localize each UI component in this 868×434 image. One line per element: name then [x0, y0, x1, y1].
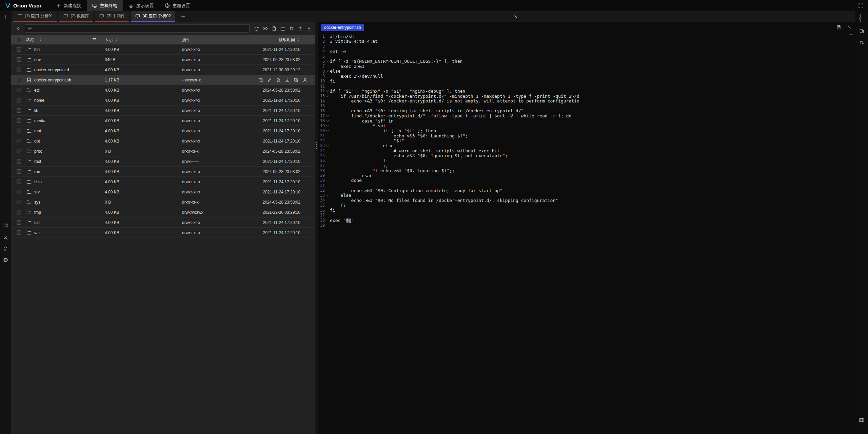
- fold-chevron-icon[interactable]: [325, 124, 330, 128]
- row-checkbox[interactable]: [17, 230, 21, 235]
- fold-chevron-icon[interactable]: [325, 129, 330, 133]
- row-checkbox[interactable]: [17, 159, 21, 164]
- fold-chevron-icon[interactable]: [325, 59, 330, 63]
- row-checkbox[interactable]: [17, 210, 21, 214]
- braces-button[interactable]: { }: [855, 13, 868, 23]
- navbar-item-2[interactable]: 显示设置: [123, 0, 159, 11]
- code-editor[interactable]: 1#!/bin/sh2# vim:sw=4:ts=4:et34set -e56i…: [318, 34, 855, 434]
- upload-icon[interactable]: [298, 26, 303, 31]
- file-name: mnt: [34, 129, 41, 133]
- sort-carets-icon[interactable]: [296, 38, 300, 42]
- row-checkbox[interactable]: [17, 47, 21, 52]
- table-row[interactable]: root4.00 KBdrwx------2021-11-24 17:20:10: [11, 156, 315, 167]
- terminal-tab-4[interactable]: (4) 应用-分析02: [131, 11, 175, 22]
- command-button[interactable]: ⌘: [0, 221, 11, 230]
- close-icon[interactable]: [846, 25, 852, 30]
- row-checkbox[interactable]: [17, 169, 21, 174]
- duplicate-icon[interactable]: [293, 77, 298, 82]
- files-button[interactable]: [855, 26, 868, 36]
- back-button[interactable]: [15, 25, 22, 32]
- edit-icon[interactable]: [267, 77, 272, 82]
- row-checkbox[interactable]: [17, 68, 21, 72]
- trash-icon[interactable]: [289, 26, 294, 31]
- row-checkbox[interactable]: [17, 108, 21, 113]
- row-checkbox[interactable]: [17, 118, 21, 123]
- table-row[interactable]: tmp4.00 KBdrwxrwxrwx2021-12-30 03:29:10: [11, 207, 315, 218]
- user-button[interactable]: [0, 233, 11, 242]
- sync-button[interactable]: [0, 244, 11, 253]
- tabbar-close-button[interactable]: [513, 14, 518, 20]
- table-row[interactable]: bin4.00 KBdrwxr-xr-x2021-11-24 17:20:10: [11, 44, 315, 55]
- new-folder-icon[interactable]: [280, 26, 285, 31]
- table-row[interactable]: etc4.00 KBdrwxr-xr-x2024-05-28 23:58:02: [11, 85, 315, 95]
- row-checkbox[interactable]: [17, 180, 21, 184]
- path-input[interactable]: [34, 26, 247, 31]
- row-checkbox[interactable]: [17, 190, 21, 194]
- terminal-tab-1[interactable]: (1) 应用-分析01: [13, 11, 57, 22]
- table-row[interactable]: dev340 Bdrwxr-xr-x2024-05-28 23:58:02: [11, 55, 315, 65]
- table-row[interactable]: docker-entrypoint.d4.00 KBdrwxr-xr-x2021…: [11, 65, 315, 75]
- column-header-mtime[interactable]: 修改时间: [279, 37, 295, 43]
- row-checkbox[interactable]: [17, 57, 21, 62]
- table-row[interactable]: sbin4.00 KBdrwxr-xr-x2021-11-24 17:20:10: [11, 177, 315, 187]
- fold-chevron-icon[interactable]: [325, 119, 330, 123]
- permission-icon[interactable]: [302, 77, 307, 82]
- row-checkbox[interactable]: [17, 98, 21, 102]
- fold-chevron-icon[interactable]: [325, 193, 330, 197]
- download-icon[interactable]: [307, 26, 312, 31]
- row-checkbox[interactable]: [17, 200, 21, 204]
- eye-icon[interactable]: [262, 26, 268, 31]
- new-file-icon[interactable]: [271, 26, 277, 31]
- refresh-icon[interactable]: [254, 26, 259, 31]
- row-checkbox[interactable]: [17, 129, 21, 133]
- table-row[interactable]: usr4.00 KBdrwxr-xr-x2021-11-24 17:20:10: [11, 218, 315, 228]
- table-row[interactable]: media4.00 KBdrwxr-xr-x2021-11-24 17:20:1…: [11, 116, 315, 126]
- panel-splitter[interactable]: [315, 22, 318, 434]
- camera-button[interactable]: [855, 415, 868, 424]
- trash-icon[interactable]: [276, 77, 281, 82]
- table-row[interactable]: proc0 Bdr-xr-xr-x2024-05-28 23:58:02: [11, 146, 315, 156]
- add-tab-button[interactable]: [177, 11, 189, 22]
- column-header-name[interactable]: 名称: [26, 37, 34, 43]
- swap-vertical-button[interactable]: [855, 38, 868, 47]
- table-row[interactable]: srv4.00 KBdrwxr-xr-x2021-11-24 17:20:10: [11, 187, 315, 197]
- table-row[interactable]: run4.00 KBdrwxr-xr-x2024-05-28 23:58:02: [11, 167, 315, 177]
- save-icon[interactable]: [836, 25, 842, 30]
- fold-chevron-icon[interactable]: [325, 94, 330, 98]
- navbar-item-1[interactable]: 主机终端: [87, 0, 123, 11]
- fullscreen-icon[interactable]: [858, 3, 864, 8]
- plus-button[interactable]: [0, 12, 11, 22]
- table-row[interactable]: home4.00 KBdrwxr-xr-x2021-11-24 17:20:10: [11, 95, 315, 106]
- select-all-checkbox[interactable]: [17, 38, 21, 42]
- table-row[interactable]: docker-entrypoint.sh1.17 KB-rwxrwxr-x: [11, 75, 315, 85]
- table-row[interactable]: var4.00 KBdrwxr-xr-x2021-11-24 17:20:10: [11, 228, 315, 238]
- editor-file-tab[interactable]: docker-entrypoint.sh: [321, 24, 364, 31]
- funnel-icon[interactable]: [92, 38, 97, 42]
- row-checkbox[interactable]: [17, 139, 21, 143]
- terminal-tab-2[interactable]: (2) 数据库: [59, 11, 93, 22]
- table-row[interactable]: opt4.00 KBdrwxr-xr-x2021-11-24 17:20:10: [11, 136, 315, 146]
- table-row[interactable]: mnt4.00 KBdrwxr-xr-x2021-11-24 17:20:10: [11, 126, 315, 136]
- row-checkbox[interactable]: [17, 149, 21, 153]
- sort-carets-icon[interactable]: [114, 38, 118, 42]
- fold-chevron-icon[interactable]: [325, 69, 330, 73]
- table-row[interactable]: sys0 Bdr-xr-xr-x2024-05-28 23:58:02: [11, 197, 315, 207]
- table-row[interactable]: lib4.00 KBdrwxr-xr-x2021-11-24 17:20:10: [11, 106, 315, 116]
- fold-chevron-icon[interactable]: [325, 114, 330, 118]
- fold-chevron-icon[interactable]: [325, 89, 330, 93]
- file-name: bin: [34, 47, 40, 52]
- navbar-item-0[interactable]: 新建连接: [51, 0, 87, 11]
- row-checkbox[interactable]: [17, 88, 21, 92]
- sort-carets-icon[interactable]: [38, 38, 42, 42]
- terminal-tab-3[interactable]: (3) 中间件: [95, 11, 129, 22]
- settings-button[interactable]: ⚙: [0, 255, 11, 265]
- fold-chevron-icon[interactable]: [325, 144, 330, 148]
- navbar-item-3[interactable]: 主题设置: [159, 0, 196, 11]
- row-checkbox[interactable]: [17, 78, 21, 82]
- app-logo[interactable]: Orion Visor: [0, 0, 47, 11]
- copy-icon[interactable]: [258, 77, 263, 82]
- column-header-size[interactable]: 大小: [105, 37, 113, 43]
- row-checkbox[interactable]: [17, 220, 21, 225]
- code-text: if [ -x "$f" ]; then: [330, 128, 855, 133]
- download-icon[interactable]: [284, 77, 290, 82]
